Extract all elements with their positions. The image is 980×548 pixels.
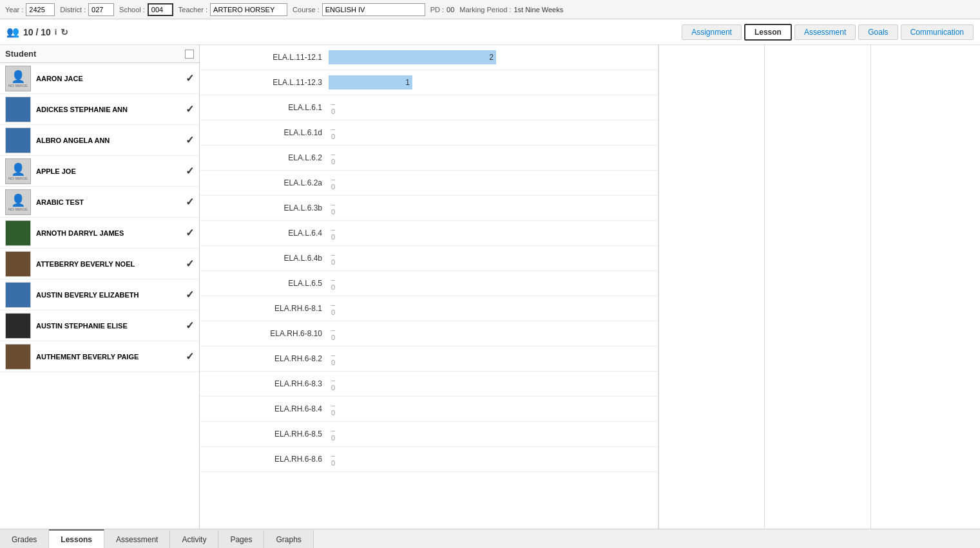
student-row[interactable]: ADICKES STEPHANIE ANN ✓ [0,94,199,125]
bar-area: –0 [329,274,339,292]
standard-label: ELA.L.6.1 [200,103,329,112]
student-name: ALBRO ANGELA ANN [36,137,186,144]
student-count-area: 👥 10 / 10 i ↻ [6,26,68,38]
year-input[interactable] [26,3,55,16]
standard-row: ELA.L.6.5 –0 [200,271,658,296]
bottom-tab-grades[interactable]: Grades [0,529,49,548]
bar-container: 1 [329,70,412,95]
info-icon[interactable]: i [55,27,57,37]
student-rows: 👤 NO IMAGE AARON JACE ✓ ADICKES STEPHANI… [0,63,199,372]
pd-field: PD : 00 [430,6,455,14]
toolbar: 👥 10 / 10 i ↻ Assignment Lesson Assessme… [0,19,980,45]
standard-label: ELA.L.6.2a [200,178,329,187]
school-input[interactable] [148,3,173,16]
bar-container: –0 [329,372,339,396]
bar-zero: –0 [329,175,339,191]
content-area: Student 👤 NO IMAGE AARON JACE ✓ ADICKES … [0,45,980,529]
bar-zero: –0 [329,376,339,392]
tab-assessment[interactable]: Assessment [794,24,856,40]
marking-period-field: Marking Period : 1st Nine Weeks [459,6,563,14]
standard-row: ELA.RH.6-8.4 –0 [200,397,658,422]
bar-zero: –0 [329,225,339,241]
student-row[interactable]: 👤 NO IMAGE APPLE JOE ✓ [0,156,199,187]
district-input[interactable] [88,3,114,16]
bar-area: –0 [329,174,339,192]
standard-row: ELA.RH.6-8.1 –0 [200,296,658,321]
student-row[interactable]: ARNOTH DARRYL JAMES ✓ [0,218,199,249]
main-container: 👥 10 / 10 i ↻ Assignment Lesson Assessme… [0,19,980,548]
bar-area: –0 [329,400,339,418]
bar-container: –0 [329,120,339,145]
bar-container: 2 [329,45,496,70]
student-row[interactable]: ATTEBERRY BEVERLY NOEL ✓ [0,249,199,279]
tab-assignment[interactable]: Assignment [682,24,742,40]
standard-row: ELA.L.6.2a –0 [200,171,658,196]
student-row[interactable]: 👤 NO IMAGE AARON JACE ✓ [0,63,199,94]
bar-container: –0 [329,196,339,220]
bar-area: –0 [329,199,339,217]
bar-area: –0 [329,149,339,167]
year-field: Year : [5,3,55,16]
bottom-tab-pages[interactable]: Pages [218,529,264,548]
standard-row: ELA.RH.6-8.6 –0 [200,447,658,472]
student-avatar [5,220,31,246]
student-avatar [5,344,31,370]
bar-area: –0 [329,299,339,317]
student-name: AUSTIN STEPHANIE ELISE [36,322,186,330]
standard-label: ELA.RH.6-8.3 [200,379,329,388]
bottom-tab-lessons[interactable]: Lessons [49,529,104,548]
bar-fill: 2 [329,50,496,64]
tab-communication[interactable]: Communication [901,24,974,40]
bar-container: –0 [329,346,339,371]
standard-label: ELA.L.11-12.1 [200,53,329,62]
bar-fill: 1 [329,75,412,90]
bar-area: –0 [329,99,339,117]
person-icon: 👤 [11,162,25,176]
bar-zero: –0 [329,200,339,216]
student-check: ✓ [186,134,194,146]
student-name: ARABIC TEST [36,198,186,206]
standard-label: ELA.L.6.1d [200,128,329,137]
teacher-field: Teacher : [178,3,287,16]
school-field: School : [119,3,173,16]
student-name: AUSTIN BEVERLY ELIZABETH [36,291,186,299]
bottom-tab-graphs[interactable]: Graphs [264,529,313,548]
bar-container: –0 [329,171,339,195]
bar-area: 2 [329,48,496,66]
refresh-icon[interactable]: ↻ [61,27,68,37]
bar-container: –0 [329,271,339,296]
student-row[interactable]: AUSTIN BEVERLY ELIZABETH ✓ [0,279,199,310]
bottom-tab-assessment[interactable]: Assessment [104,529,170,548]
student-row[interactable]: AUTHEMENT BEVERLY PAIGE ✓ [0,341,199,372]
bar-zero: –0 [329,250,339,266]
pd-label: PD : [430,6,444,14]
student-avatar [5,282,31,308]
marking-period-value: 1st Nine Weeks [514,6,563,14]
bar-zero: –0 [329,326,339,341]
standard-row: ELA.L.6.3b –0 [200,196,658,221]
standard-label: ELA.L.6.4b [200,254,329,263]
course-input[interactable] [322,3,425,16]
bar-area: –0 [329,425,339,443]
student-avatar [5,128,31,153]
bar-container: –0 [329,447,339,471]
no-image-avatar: 👤 NO IMAGE [5,158,31,184]
student-check: ✓ [186,165,194,177]
student-row[interactable]: ALBRO ANGELA ANN ✓ [0,125,199,156]
bar-container: –0 [329,397,339,421]
tab-goals[interactable]: Goals [858,24,898,40]
student-check: ✓ [186,258,194,270]
student-count: 10 / 10 [23,27,51,37]
standard-label: ELA.RH.6-8.6 [200,455,329,464]
student-name: AUTHEMENT BEVERLY PAIGE [36,353,186,361]
standard-row: ELA.RH.6-8.3 –0 [200,372,658,397]
standard-label: ELA.L.6.2 [200,153,329,162]
select-all-checkbox[interactable] [185,50,194,59]
student-row[interactable]: AUSTIN STEPHANIE ELISE ✓ [0,310,199,341]
standard-label: ELA.RH.6-8.10 [200,329,329,338]
tab-lesson[interactable]: Lesson [744,24,792,41]
teacher-input[interactable] [210,3,287,16]
student-row[interactable]: 👤 NO IMAGE ARABIC TEST ✓ [0,187,199,218]
student-name: ATTEBERRY BEVERLY NOEL [36,260,186,268]
bottom-tab-activity[interactable]: Activity [170,529,218,548]
